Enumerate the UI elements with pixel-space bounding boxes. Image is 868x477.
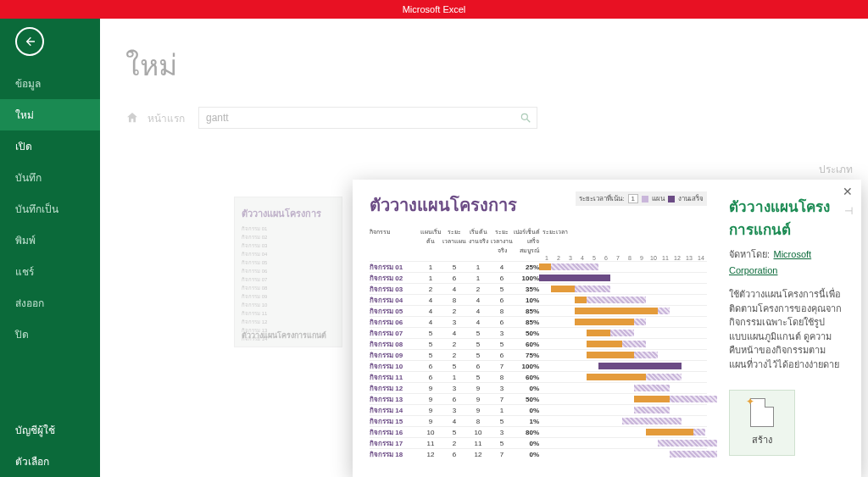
dialog-pin-button[interactable]: ⊣: [844, 205, 853, 217]
row-plan-start: 5: [419, 352, 442, 359]
row-activity: กิจกรรม 12: [370, 383, 419, 394]
row-act-dur: 8: [490, 308, 514, 315]
row-plan-dur: 3: [442, 385, 466, 392]
gantt-row: กิจกรรม 13969750%: [370, 393, 707, 404]
row-act-dur: 3: [490, 429, 514, 436]
row-act-dur: 7: [490, 396, 514, 403]
backstage-sidebar: ข้อมูล ใหม่ เปิด บันทึก บันทึกเป็น พิมพ์…: [0, 19, 100, 477]
dialog-close-button[interactable]: ✕: [843, 185, 853, 198]
col-act-start: เริ่มต้นงานจริง: [466, 227, 490, 255]
nav-account[interactable]: บัญชีผู้ใช้: [0, 414, 100, 446]
row-act-start: 1: [466, 275, 490, 282]
nav-options[interactable]: ตัวเลือก: [0, 446, 100, 477]
row-activity: กิจกรรม 16: [370, 427, 419, 438]
row-plan-dur: 3: [442, 319, 466, 326]
row-act-dur: 6: [490, 319, 514, 326]
create-button[interactable]: ✦ สร้าง: [729, 390, 795, 456]
row-activity: กิจกรรม 09: [370, 350, 419, 361]
row-plan-start: 9: [419, 418, 442, 425]
row-activity: กิจกรรม 10: [370, 361, 419, 372]
nav-info[interactable]: ข้อมูล: [0, 68, 100, 99]
row-plan-dur: 5: [442, 363, 466, 370]
gantt-tick: 9: [636, 255, 648, 261]
template-preview-dialog: ตัววางแผนโครงการ ระยะเวลาที่เน้น: 1 แผน …: [353, 180, 861, 477]
nav-open[interactable]: เปิด: [0, 130, 100, 162]
row-activity: กิจกรรม 03: [370, 284, 419, 295]
nav-new[interactable]: ใหม่: [0, 99, 100, 130]
gantt-tick: 6: [600, 255, 612, 261]
nav-export[interactable]: ส่งออก: [0, 287, 100, 319]
col-period: ระยะเวลา: [539, 227, 707, 255]
back-button[interactable]: [15, 27, 44, 56]
gantt-ticks: 1234567891011121314: [541, 255, 707, 261]
nav-label: พิมพ์: [15, 235, 36, 247]
row-plan-dur: 6: [442, 275, 466, 282]
col-plan-start: แผนเริ่มต้น: [419, 227, 442, 255]
nav-saveas[interactable]: บันทึกเป็น: [0, 193, 100, 225]
dialog-info-pane: ✕ ⊣ ตัววางแผนโครงการแกนต์ จัดหาโดย: Micr…: [717, 180, 861, 477]
nav-label: ข้อมูล: [15, 78, 41, 90]
row-gantt: [539, 274, 707, 282]
row-plan-dur: 4: [442, 418, 466, 425]
row-plan-start: 5: [419, 341, 442, 348]
row-gantt: [539, 428, 707, 436]
col-plan-dur: ระยะเวลาแผน: [442, 227, 466, 255]
row-plan-start: 11: [419, 440, 442, 447]
gantt-row: กิจกรรม 171121150%: [370, 437, 707, 448]
legend-chip-done: [668, 196, 675, 202]
gantt-row: กิจกรรม 05424885%: [370, 305, 707, 316]
gantt-tick: 11: [659, 255, 671, 261]
col-pct: เปอร์เซ็นต์เสร็จสมบูรณ์: [514, 227, 539, 255]
row-act-start: 5: [466, 374, 490, 381]
gantt-row: กิจกรรม 106567100%: [370, 360, 707, 371]
row-pct: 0%: [514, 385, 539, 392]
row-activity: กิจกรรม 01: [370, 262, 419, 273]
row-activity: กิจกรรม 02: [370, 273, 419, 284]
row-gantt: [539, 373, 707, 381]
nav-label: บัญชีผู้ใช้: [15, 424, 55, 436]
gantt-tick: 7: [612, 255, 624, 261]
col-act-dur: ระยะเวลางานจริง: [490, 227, 514, 255]
row-activity: กิจกรรม 07: [370, 328, 419, 339]
row-gantt: [539, 362, 707, 370]
row-gantt: [539, 351, 707, 359]
legend-plan-label: แผน: [652, 193, 665, 204]
row-pct: 100%: [514, 275, 539, 282]
row-gantt: [539, 285, 707, 293]
row-act-start: 5: [466, 330, 490, 337]
gantt-tick: 2: [553, 255, 565, 261]
row-pct: 75%: [514, 352, 539, 359]
row-activity: กิจกรรม 05: [370, 306, 419, 317]
row-act-start: 6: [466, 363, 490, 370]
row-plan-start: 12: [419, 451, 442, 458]
row-plan-dur: 2: [442, 341, 466, 348]
row-act-dur: 6: [490, 297, 514, 304]
row-plan-start: 4: [419, 308, 442, 315]
row-activity: กิจกรรม 13: [370, 394, 419, 405]
row-plan-start: 6: [419, 363, 442, 370]
row-pct: 25%: [514, 263, 539, 271]
nav-share[interactable]: แชร์: [0, 256, 100, 287]
row-plan-dur: 3: [442, 407, 466, 414]
row-act-start: 8: [466, 418, 490, 425]
row-activity: กิจกรรม 15: [370, 416, 419, 427]
nav-close[interactable]: ปิด: [0, 319, 100, 350]
row-act-dur: 5: [490, 440, 514, 447]
row-pct: 35%: [514, 286, 539, 293]
nav-label: ใหม่: [15, 109, 34, 121]
nav-save[interactable]: บันทึก: [0, 162, 100, 193]
preview-pane: ตัววางแผนโครงการ ระยะเวลาที่เน้น: 1 แผน …: [353, 180, 717, 477]
gantt-tick: 8: [624, 255, 636, 261]
gantt-tick: 12: [671, 255, 683, 261]
dialog-description: ใช้ตัววางแผนโครงการนี้เพื่อติดตามโครงการ…: [729, 287, 843, 371]
row-act-start: 9: [466, 407, 490, 414]
row-act-dur: 3: [490, 330, 514, 337]
gantt-tick: 4: [576, 255, 588, 261]
row-pct: 1%: [514, 418, 539, 425]
gantt-tick: 5: [588, 255, 600, 261]
row-plan-dur: 4: [442, 286, 466, 293]
row-gantt: [539, 340, 707, 348]
gantt-row: กิจกรรม 09525675%: [370, 349, 707, 360]
row-gantt: [539, 329, 707, 337]
nav-print[interactable]: พิมพ์: [0, 225, 100, 256]
